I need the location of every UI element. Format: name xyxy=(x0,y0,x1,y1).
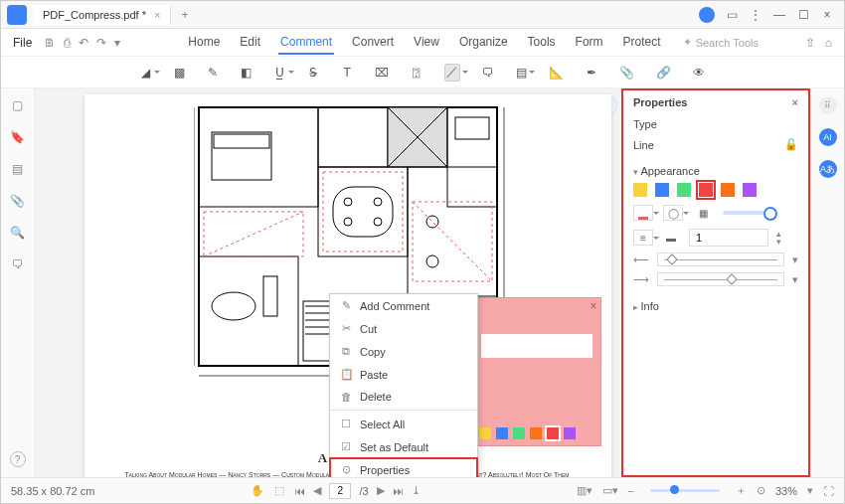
pencil-tool[interactable]: ✎ xyxy=(207,64,219,82)
sticky-swatch[interactable] xyxy=(496,427,508,439)
minimize-button[interactable]: — xyxy=(772,8,786,22)
search-tools[interactable]: ✦ Search Tools xyxy=(683,36,759,49)
redo-icon[interactable]: ↷ xyxy=(96,36,106,50)
ribbon-tab-edit[interactable]: Edit xyxy=(238,31,262,55)
fill-color-button[interactable]: ◯ xyxy=(663,205,683,221)
callout-tool[interactable]: ⍰ xyxy=(411,64,422,82)
ribbon-tab-form[interactable]: Form xyxy=(574,31,605,55)
note-tool[interactable]: 🗨 xyxy=(482,64,494,82)
ribbon-tab-home[interactable]: Home xyxy=(186,31,222,55)
fullscreen-icon[interactable]: ⛶ xyxy=(823,485,834,497)
eraser-tool[interactable]: ◧ xyxy=(241,64,253,82)
arrow-dropdown-icon[interactable]: ▾ xyxy=(792,253,798,266)
color-swatch[interactable] xyxy=(677,183,691,197)
line-style-button[interactable]: ≡ xyxy=(633,230,653,246)
new-tab-button[interactable]: + xyxy=(171,8,198,22)
ctx-add-comment[interactable]: ✎Add Comment xyxy=(330,294,477,317)
measure-tool[interactable]: 📐 xyxy=(549,64,564,82)
zoom-out-icon[interactable]: − xyxy=(628,485,634,497)
sticky-swatch[interactable] xyxy=(547,427,559,439)
underline-tool[interactable]: U̲ xyxy=(274,64,286,82)
line-thickness-input[interactable] xyxy=(689,229,768,247)
thickness-stepper[interactable]: ▴▾ xyxy=(776,230,781,246)
panel-toggle-icon[interactable]: ▭ xyxy=(725,8,739,22)
signature-tool[interactable]: ✒ xyxy=(586,64,597,82)
format-panel[interactable]: ⠿ xyxy=(819,96,837,114)
color-swatch[interactable] xyxy=(721,183,735,197)
stamp-tool[interactable]: ▤ xyxy=(516,64,528,82)
close-window-button[interactable]: × xyxy=(820,8,834,22)
lock-icon[interactable]: 🔓 xyxy=(784,138,798,151)
ribbon-tab-view[interactable]: View xyxy=(412,31,441,55)
sticky-text-field[interactable] xyxy=(481,334,592,358)
ribbon-tab-tools[interactable]: Tools xyxy=(526,31,558,55)
prev-page-icon[interactable]: ◀ xyxy=(313,484,321,497)
ctx-set-as-default[interactable]: ☑Set as Default xyxy=(330,435,477,458)
ctx-paste[interactable]: 📋Paste xyxy=(330,363,477,386)
zoom-in-icon[interactable]: ＋ xyxy=(736,483,747,498)
area-highlight-tool[interactable]: ▩ xyxy=(174,64,186,82)
tab-close-icon[interactable]: × xyxy=(154,9,160,21)
sticky-close-icon[interactable]: × xyxy=(587,299,600,313)
qat-more-icon[interactable]: ▾ xyxy=(114,36,120,50)
ribbon-tab-convert[interactable]: Convert xyxy=(350,31,396,55)
sticky-swatch[interactable] xyxy=(564,427,576,439)
color-swatch[interactable] xyxy=(655,183,669,197)
file-menu[interactable]: File xyxy=(7,34,38,52)
canvas-area[interactable]: 🗊 xyxy=(35,88,621,477)
zoom-slider[interactable] xyxy=(650,489,720,492)
layers-icon[interactable]: ▤ xyxy=(12,162,23,176)
sticky-swatch[interactable] xyxy=(513,427,525,439)
hand-tool-icon[interactable]: ✋ xyxy=(251,484,264,497)
highlight-tool[interactable]: ◢ xyxy=(140,64,152,82)
bookmark-icon[interactable]: 🔖 xyxy=(10,130,25,144)
fit-page-icon[interactable]: ⊙ xyxy=(757,484,765,497)
share-icon[interactable]: ⇧ xyxy=(805,36,815,50)
attachments-icon[interactable]: 📎 xyxy=(10,194,25,208)
ctx-delete[interactable]: 🗑Delete xyxy=(330,386,477,408)
ctx-properties[interactable]: ⊙Properties xyxy=(330,458,477,477)
sticky-swatch[interactable] xyxy=(479,427,491,439)
stroke-color-button[interactable] xyxy=(633,205,653,221)
properties-close-icon[interactable]: × xyxy=(792,96,798,108)
ribbon-tab-protect[interactable]: Protect xyxy=(621,31,663,55)
jump-page-icon[interactable]: ⤓ xyxy=(412,484,421,497)
arrow-dropdown-icon[interactable]: ▾ xyxy=(792,273,798,286)
text-tool[interactable]: T xyxy=(341,64,353,82)
maximize-button[interactable]: ☐ xyxy=(796,8,810,22)
sticky-swatch[interactable] xyxy=(530,427,542,439)
thumbnails-icon[interactable]: ▢ xyxy=(12,98,23,112)
help-icon[interactable]: ? xyxy=(10,451,26,467)
comments-icon[interactable]: 🗨 xyxy=(12,257,24,271)
ai-panel[interactable]: AI xyxy=(819,128,837,146)
print-icon[interactable]: ⎙ xyxy=(64,36,71,50)
link-tool[interactable]: 🔗 xyxy=(656,64,671,82)
opacity-slider[interactable] xyxy=(723,211,772,215)
view-mode-icon[interactable]: ▥▾ xyxy=(577,484,592,497)
zoom-dropdown-icon[interactable]: ▾ xyxy=(807,484,813,497)
select-tool-icon[interactable]: ⬚ xyxy=(274,484,284,497)
eye-tool[interactable]: 👁 xyxy=(693,64,705,82)
next-page-icon[interactable]: ▶ xyxy=(377,484,385,497)
ctx-copy[interactable]: ⧉Copy xyxy=(330,340,477,363)
start-arrow-slider[interactable] xyxy=(657,252,784,266)
appearance-section[interactable]: Appearance xyxy=(633,165,798,177)
user-avatar[interactable] xyxy=(699,7,715,23)
line-tool[interactable]: ／ xyxy=(444,64,460,82)
color-swatch[interactable] xyxy=(633,183,647,197)
ribbon-tab-organize[interactable]: Organize xyxy=(457,31,510,55)
color-swatch[interactable] xyxy=(743,183,757,197)
ribbon-tab-comment[interactable]: Comment xyxy=(278,31,334,55)
last-page-icon[interactable]: ⏭ xyxy=(393,485,404,497)
save-icon[interactable]: 🗎 xyxy=(44,36,56,50)
document-tab[interactable]: PDF_Compress.pdf * × xyxy=(33,5,171,25)
read-mode-icon[interactable]: ▭▾ xyxy=(602,484,618,497)
color-swatch[interactable] xyxy=(699,183,713,197)
undo-icon[interactable]: ↶ xyxy=(79,36,88,50)
info-section[interactable]: Info xyxy=(633,300,798,312)
ctx-select-all[interactable]: ☐Select All xyxy=(330,413,477,435)
search-icon[interactable]: 🔍 xyxy=(10,226,25,240)
more-icon[interactable]: ⋮ xyxy=(749,8,762,22)
ctx-cut[interactable]: ✂Cut xyxy=(330,317,477,340)
cloud-icon[interactable]: ⌂ xyxy=(825,36,832,50)
